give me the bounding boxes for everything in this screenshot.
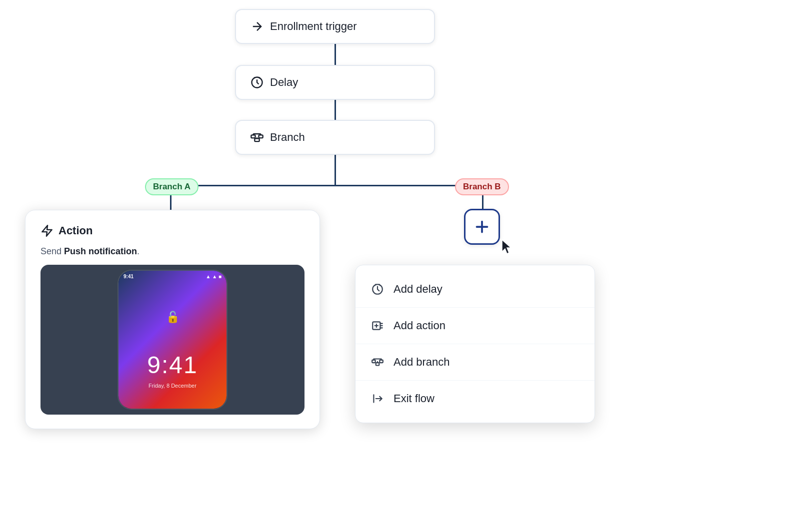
- add-delay-icon: [370, 282, 384, 296]
- svg-rect-2: [259, 135, 263, 138]
- svg-rect-3: [254, 138, 259, 141]
- add-branch-icon: [370, 355, 384, 369]
- phone-preview: 9:41 ▲ ▲ ■ 🔓 9:41 Friday, 8 December: [40, 265, 304, 415]
- action-icon: [40, 224, 54, 237]
- exit-flow-item[interactable]: Exit flow: [356, 381, 594, 417]
- branch-a-label: Branch A: [145, 178, 198, 195]
- add-step-dropdown: Add delay Add action: [355, 265, 595, 423]
- phone-lock-icon: 🔓: [166, 311, 180, 324]
- plus-icon: [473, 218, 491, 236]
- add-delay-item[interactable]: Add delay: [356, 271, 594, 308]
- action-title: Action: [58, 224, 92, 237]
- mouse-cursor: [500, 239, 516, 255]
- exit-flow-label: Exit flow: [394, 392, 434, 405]
- phone-date: Friday, 8 December: [148, 383, 196, 389]
- add-branch-label: Add branch: [394, 356, 450, 369]
- delay-node: Delay: [235, 65, 435, 100]
- action-card: Action Send Push notification. 9:41 ▲ ▲ …: [25, 210, 320, 429]
- add-step-button[interactable]: [464, 209, 500, 245]
- add-action-label: Add action: [394, 319, 446, 332]
- branch-label: Branch: [270, 131, 305, 144]
- enrollment-icon: [250, 19, 264, 33]
- phone-status-bar: 9:41 ▲ ▲ ■: [118, 274, 226, 279]
- phone-mockup: 9:41 ▲ ▲ ■ 🔓 9:41 Friday, 8 December: [118, 270, 228, 410]
- delay-label: Delay: [270, 76, 298, 89]
- branch-b-label: Branch B: [455, 178, 509, 195]
- action-subtitle: Send Push notification.: [40, 246, 304, 257]
- add-delay-label: Add delay: [394, 283, 442, 296]
- add-branch-item[interactable]: Add branch: [356, 344, 594, 381]
- enrollment-label: Enrollment trigger: [270, 20, 357, 33]
- branch-icon: [250, 130, 264, 144]
- add-action-icon: [370, 319, 384, 333]
- branch-node: Branch: [235, 120, 435, 155]
- exit-flow-icon: [370, 392, 384, 406]
- svg-rect-1: [251, 135, 255, 138]
- enrollment-trigger-node: Enrollment trigger: [235, 9, 435, 44]
- delay-icon: [250, 75, 264, 89]
- phone-screen: 9:41 ▲ ▲ ■ 🔓 9:41 Friday, 8 December: [118, 271, 226, 409]
- action-header: Action: [40, 224, 304, 237]
- add-action-item[interactable]: Add action: [356, 308, 594, 344]
- phone-time: 9:41: [147, 351, 198, 379]
